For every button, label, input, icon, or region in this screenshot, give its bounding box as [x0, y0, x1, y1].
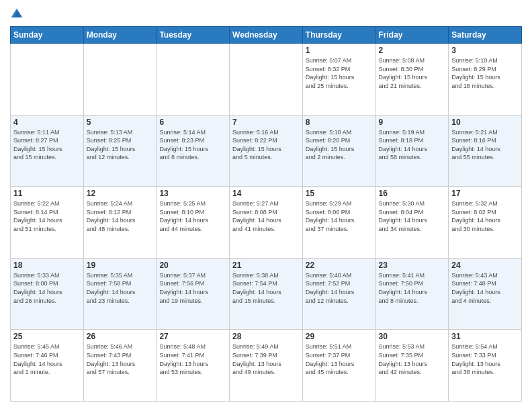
weekday-header: Tuesday	[157, 27, 230, 44]
day-number: 8	[306, 118, 373, 127]
day-info: Sunrise: 5:37 AM Sunset: 7:56 PM Dayligh…	[159, 271, 226, 305]
day-number: 21	[232, 261, 300, 270]
day-number: 23	[379, 261, 446, 270]
calendar-cell: 15Sunrise: 5:29 AM Sunset: 8:06 PM Dayli…	[302, 187, 375, 259]
day-info: Sunrise: 5:18 AM Sunset: 8:20 PM Dayligh…	[306, 128, 373, 162]
calendar-cell: 30Sunrise: 5:53 AM Sunset: 7:35 PM Dayli…	[375, 330, 449, 402]
day-number: 22	[306, 261, 373, 270]
day-info: Sunrise: 5:11 AM Sunset: 8:27 PM Dayligh…	[13, 128, 81, 162]
day-info: Sunrise: 5:53 AM Sunset: 7:35 PM Dayligh…	[379, 342, 446, 376]
day-number: 11	[13, 189, 81, 198]
day-info: Sunrise: 5:33 AM Sunset: 8:00 PM Dayligh…	[13, 271, 81, 305]
weekday-header: Sunday	[11, 27, 84, 44]
day-info: Sunrise: 5:27 AM Sunset: 8:08 PM Dayligh…	[232, 199, 300, 233]
calendar-cell: 10Sunrise: 5:21 AM Sunset: 8:16 PM Dayli…	[449, 115, 522, 187]
weekday-header: Saturday	[449, 27, 522, 44]
day-number: 12	[87, 189, 154, 198]
day-info: Sunrise: 5:21 AM Sunset: 8:16 PM Dayligh…	[451, 128, 519, 162]
calendar-cell: 6Sunrise: 5:14 AM Sunset: 8:23 PM Daylig…	[157, 115, 230, 187]
calendar-cell: 28Sunrise: 5:49 AM Sunset: 7:39 PM Dayli…	[230, 330, 303, 402]
day-info: Sunrise: 5:22 AM Sunset: 8:14 PM Dayligh…	[13, 199, 81, 233]
day-number: 28	[232, 332, 300, 341]
calendar-cell: 5Sunrise: 5:13 AM Sunset: 8:25 PM Daylig…	[83, 115, 157, 187]
calendar-cell: 18Sunrise: 5:33 AM Sunset: 8:00 PM Dayli…	[11, 258, 84, 330]
day-info: Sunrise: 5:29 AM Sunset: 8:06 PM Dayligh…	[306, 199, 373, 233]
calendar-cell: 1Sunrise: 5:07 AM Sunset: 8:32 PM Daylig…	[302, 44, 375, 116]
day-info: Sunrise: 5:46 AM Sunset: 7:43 PM Dayligh…	[87, 342, 154, 376]
calendar-cell: 13Sunrise: 5:25 AM Sunset: 8:10 PM Dayli…	[157, 187, 230, 259]
calendar-cell: 9Sunrise: 5:19 AM Sunset: 8:18 PM Daylig…	[375, 115, 449, 187]
calendar-cell: 19Sunrise: 5:35 AM Sunset: 7:58 PM Dayli…	[83, 258, 157, 330]
day-number: 16	[379, 189, 446, 198]
day-info: Sunrise: 5:19 AM Sunset: 8:18 PM Dayligh…	[379, 128, 446, 162]
calendar-cell: 22Sunrise: 5:40 AM Sunset: 7:52 PM Dayli…	[302, 258, 375, 330]
calendar-cell: 12Sunrise: 5:24 AM Sunset: 8:12 PM Dayli…	[83, 187, 157, 259]
day-info: Sunrise: 5:25 AM Sunset: 8:10 PM Dayligh…	[159, 199, 226, 233]
weekday-header: Wednesday	[230, 27, 303, 44]
day-number: 10	[451, 118, 519, 127]
calendar-cell: 31Sunrise: 5:54 AM Sunset: 7:33 PM Dayli…	[449, 330, 522, 402]
day-info: Sunrise: 5:54 AM Sunset: 7:33 PM Dayligh…	[451, 342, 519, 376]
header	[10, 7, 522, 21]
day-number: 15	[306, 189, 373, 198]
page: SundayMondayTuesdayWednesdayThursdayFrid…	[0, 0, 532, 411]
logo-icon	[10, 7, 24, 21]
day-number: 31	[451, 332, 519, 341]
calendar-cell: 21Sunrise: 5:38 AM Sunset: 7:54 PM Dayli…	[230, 258, 303, 330]
day-info: Sunrise: 5:45 AM Sunset: 7:46 PM Dayligh…	[13, 342, 81, 376]
day-info: Sunrise: 5:30 AM Sunset: 8:04 PM Dayligh…	[379, 199, 446, 233]
calendar-cell: 3Sunrise: 5:10 AM Sunset: 8:29 PM Daylig…	[449, 44, 522, 116]
calendar-week-row: 25Sunrise: 5:45 AM Sunset: 7:46 PM Dayli…	[11, 330, 522, 402]
day-number: 14	[232, 189, 300, 198]
calendar-cell: 14Sunrise: 5:27 AM Sunset: 8:08 PM Dayli…	[230, 187, 303, 259]
day-number: 27	[159, 332, 226, 341]
calendar-cell	[157, 44, 230, 116]
day-number: 7	[232, 118, 300, 127]
day-number: 6	[159, 118, 226, 127]
calendar-cell	[83, 44, 157, 116]
day-info: Sunrise: 5:49 AM Sunset: 7:39 PM Dayligh…	[232, 342, 300, 376]
weekday-header: Monday	[83, 27, 157, 44]
calendar-cell	[11, 44, 84, 116]
calendar-cell: 24Sunrise: 5:43 AM Sunset: 7:48 PM Dayli…	[449, 258, 522, 330]
day-number: 30	[379, 332, 446, 341]
day-number: 25	[13, 332, 81, 341]
day-info: Sunrise: 5:38 AM Sunset: 7:54 PM Dayligh…	[232, 271, 300, 305]
day-number: 1	[306, 46, 373, 55]
calendar-table: SundayMondayTuesdayWednesdayThursdayFrid…	[10, 26, 522, 402]
weekday-header-row: SundayMondayTuesdayWednesdayThursdayFrid…	[11, 27, 522, 44]
day-info: Sunrise: 5:35 AM Sunset: 7:58 PM Dayligh…	[87, 271, 154, 305]
day-number: 5	[87, 118, 154, 127]
calendar-cell: 4Sunrise: 5:11 AM Sunset: 8:27 PM Daylig…	[11, 115, 84, 187]
calendar-week-row: 18Sunrise: 5:33 AM Sunset: 8:00 PM Dayli…	[11, 258, 522, 330]
day-number: 24	[451, 261, 519, 270]
calendar-cell: 25Sunrise: 5:45 AM Sunset: 7:46 PM Dayli…	[11, 330, 84, 402]
day-number: 29	[306, 332, 373, 341]
day-info: Sunrise: 5:07 AM Sunset: 8:32 PM Dayligh…	[306, 56, 373, 90]
day-info: Sunrise: 5:32 AM Sunset: 8:02 PM Dayligh…	[451, 199, 519, 233]
day-number: 19	[87, 261, 154, 270]
logo	[10, 7, 26, 21]
day-info: Sunrise: 5:24 AM Sunset: 8:12 PM Dayligh…	[87, 199, 154, 233]
calendar-cell: 8Sunrise: 5:18 AM Sunset: 8:20 PM Daylig…	[302, 115, 375, 187]
calendar-cell: 29Sunrise: 5:51 AM Sunset: 7:37 PM Dayli…	[302, 330, 375, 402]
weekday-header: Thursday	[302, 27, 375, 44]
day-number: 9	[379, 118, 446, 127]
calendar-week-row: 1Sunrise: 5:07 AM Sunset: 8:32 PM Daylig…	[11, 44, 522, 116]
calendar-cell: 11Sunrise: 5:22 AM Sunset: 8:14 PM Dayli…	[11, 187, 84, 259]
day-number: 20	[159, 261, 226, 270]
day-info: Sunrise: 5:13 AM Sunset: 8:25 PM Dayligh…	[87, 128, 154, 162]
day-number: 18	[13, 261, 81, 270]
day-info: Sunrise: 5:08 AM Sunset: 8:30 PM Dayligh…	[379, 56, 446, 90]
day-info: Sunrise: 5:40 AM Sunset: 7:52 PM Dayligh…	[306, 271, 373, 305]
day-number: 13	[159, 189, 226, 198]
weekday-header: Friday	[375, 27, 449, 44]
day-number: 4	[13, 118, 81, 127]
calendar-cell: 27Sunrise: 5:48 AM Sunset: 7:41 PM Dayli…	[157, 330, 230, 402]
calendar-cell: 2Sunrise: 5:08 AM Sunset: 8:30 PM Daylig…	[375, 44, 449, 116]
calendar-cell: 20Sunrise: 5:37 AM Sunset: 7:56 PM Dayli…	[157, 258, 230, 330]
day-number: 2	[379, 46, 446, 55]
day-number: 3	[451, 46, 519, 55]
calendar-cell: 16Sunrise: 5:30 AM Sunset: 8:04 PM Dayli…	[375, 187, 449, 259]
day-number: 26	[87, 332, 154, 341]
